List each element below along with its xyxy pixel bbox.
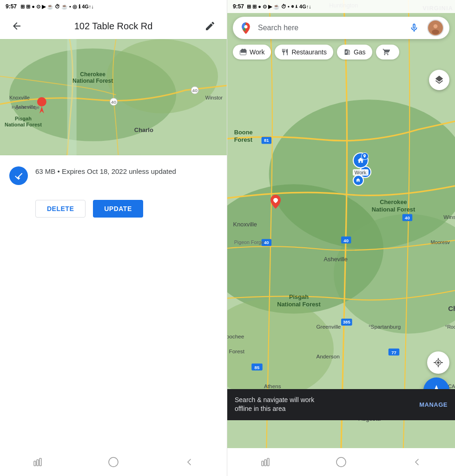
delete-button[interactable]: DELETE [35, 200, 86, 218]
svg-text:°Spartanburg: °Spartanburg [369, 324, 401, 330]
search-bar-area: Search here [227, 13, 455, 43]
work-chip[interactable]: Work [233, 45, 271, 60]
back-nav-icon-right[interactable] [411, 456, 422, 468]
mic-icon[interactable] [406, 20, 422, 36]
search-bar[interactable]: Search here [233, 17, 449, 39]
update-button[interactable]: UPDATE [93, 200, 143, 218]
svg-point-72 [432, 30, 439, 35]
recent-apps-icon-right[interactable] [260, 456, 271, 468]
svg-point-69 [244, 25, 248, 28]
search-input-text[interactable]: Search here [258, 24, 401, 32]
svg-text:40: 40 [192, 88, 198, 93]
svg-text:National Forest: National Forest [277, 301, 321, 308]
svg-rect-18 [34, 461, 36, 466]
status-icons-left: ⊞ ⊞ ● ⊙ ▶ ☕ ⏱ ☕ • ◎ ℹ 4G↑↓ [20, 4, 94, 10]
svg-point-21 [109, 457, 118, 467]
svg-text:Asheville: Asheville [324, 256, 348, 263]
work-chip-label: Work [250, 48, 264, 56]
map-preview: Cherokee National Forest Pisgah National… [0, 39, 227, 155]
svg-text:Athens: Athens [264, 383, 281, 389]
svg-text:al Forest: al Forest [227, 348, 245, 354]
header-left: 102 Table Rock Rd [0, 13, 227, 39]
layers-button[interactable] [429, 70, 449, 90]
red-heart-pin [268, 193, 283, 212]
svg-text:Charlo: Charlo [134, 126, 153, 133]
svg-text:85: 85 [255, 365, 260, 370]
restaurants-chip-label: Restaurants [291, 48, 326, 56]
right-panel: 81 40 40 40 385 77 85 20 Huntington Boon… [227, 0, 455, 476]
time-right: 9:57 [233, 3, 244, 10]
status-bar-left: 9:57 ⊞ ⊞ ● ⊙ ▶ ☕ ⏱ ☕ • ◎ ℹ 4G↑↓ [0, 0, 227, 13]
back-button[interactable] [7, 17, 26, 35]
offline-info-text: 63 MB • Expires Oct 18, 2022 unless upda… [35, 166, 176, 177]
check-icon [9, 166, 28, 185]
work-label: Work [353, 169, 369, 176]
svg-point-71 [434, 24, 438, 28]
time-left: 9:57 [6, 3, 17, 10]
svg-rect-3 [67, 39, 77, 155]
svg-text:Anderson: Anderson [316, 353, 339, 359]
edit-button[interactable] [201, 17, 219, 35]
page-title: 102 Table Rock Rd [26, 21, 201, 32]
svg-text:Charlo: Charlo [448, 304, 455, 312]
map-right: 81 40 40 40 385 77 85 20 Huntington Boon… [227, 0, 455, 448]
info-section: 63 MB • Expires Oct 18, 2022 unless upda… [0, 155, 227, 196]
svg-rect-19 [37, 460, 39, 466]
nav-bar-left [0, 448, 227, 476]
offline-banner: Search & navigate will work offline in t… [227, 389, 455, 420]
svg-text:Cherokee: Cherokee [380, 198, 407, 205]
svg-point-13 [37, 97, 46, 106]
svg-text:40: 40 [264, 240, 269, 245]
svg-text:Winstor: Winstor [205, 95, 223, 100]
svg-text:hoochee: hoochee [227, 333, 244, 339]
offline-text: Search & navigate will work offline in t… [235, 396, 314, 414]
svg-rect-75 [264, 460, 266, 466]
svg-text:°Rock: °Rock [445, 324, 455, 330]
svg-text:Pisgah: Pisgah [15, 116, 32, 121]
status-bar-right: 9:57 ⊞ ⊞ ● ⊙ ▶ ☕ ⏱ • ◎ ℹ 4G↑↓ [227, 0, 455, 13]
status-icons-right: ⊞ ⊞ ● ⊙ ▶ ☕ ⏱ • ◎ ℹ 4G↑↓ [247, 4, 311, 10]
cart-chip[interactable] [376, 45, 399, 60]
restaurants-chip[interactable]: Restaurants [275, 45, 333, 60]
home-icon[interactable] [108, 456, 119, 468]
work-pin-cluster: Work [353, 152, 369, 176]
google-maps-logo [238, 20, 253, 35]
svg-text:National Forest: National Forest [5, 122, 42, 127]
svg-point-77 [336, 457, 346, 467]
svg-text:Pisgah: Pisgah [289, 293, 309, 300]
svg-text:Forest: Forest [234, 136, 253, 143]
svg-text:40: 40 [405, 215, 410, 220]
svg-text:81: 81 [264, 138, 269, 143]
svg-rect-20 [40, 458, 41, 466]
left-panel: 9:57 ⊞ ⊞ ● ⊙ ▶ ☕ ⏱ ☕ • ◎ ℹ 4G↑↓ 102 Tabl… [0, 0, 227, 476]
svg-text:40: 40 [343, 238, 349, 243]
svg-text:Knoxville: Knoxville [233, 221, 257, 228]
svg-text:385: 385 [343, 319, 351, 324]
svg-text:Knoxville: Knoxville [9, 95, 30, 100]
location-button[interactable] [427, 351, 449, 374]
svg-rect-74 [262, 461, 264, 466]
gas-chip-label: Gas [354, 48, 366, 56]
svg-text:Greenville: Greenville [316, 324, 341, 330]
svg-text:77: 77 [391, 350, 396, 355]
svg-text:Pigeon Forge: Pigeon Forge [12, 105, 40, 110]
svg-text:National Forest: National Forest [73, 78, 113, 84]
svg-text:Cherokee: Cherokee [80, 71, 106, 78]
blue-pin-3 [353, 175, 364, 186]
svg-point-66 [437, 361, 440, 364]
nav-bar-right [227, 448, 455, 476]
gas-chip[interactable]: Gas [337, 45, 372, 60]
user-avatar[interactable] [427, 20, 444, 36]
manage-button[interactable]: MANAGE [419, 401, 448, 408]
recent-apps-icon[interactable] [32, 456, 43, 468]
svg-rect-76 [267, 458, 269, 466]
svg-text:National Forest: National Forest [372, 206, 415, 213]
home-icon-right[interactable] [336, 456, 347, 468]
back-nav-icon[interactable] [184, 456, 195, 468]
action-buttons: DELETE UPDATE [0, 196, 227, 227]
svg-text:Boone: Boone [234, 129, 253, 136]
svg-text:Pigeon Forge: Pigeon Forge [234, 239, 264, 245]
svg-text:Mooresv: Mooresv [431, 239, 450, 245]
svg-text:40: 40 [111, 99, 117, 105]
svg-point-2 [107, 39, 218, 113]
